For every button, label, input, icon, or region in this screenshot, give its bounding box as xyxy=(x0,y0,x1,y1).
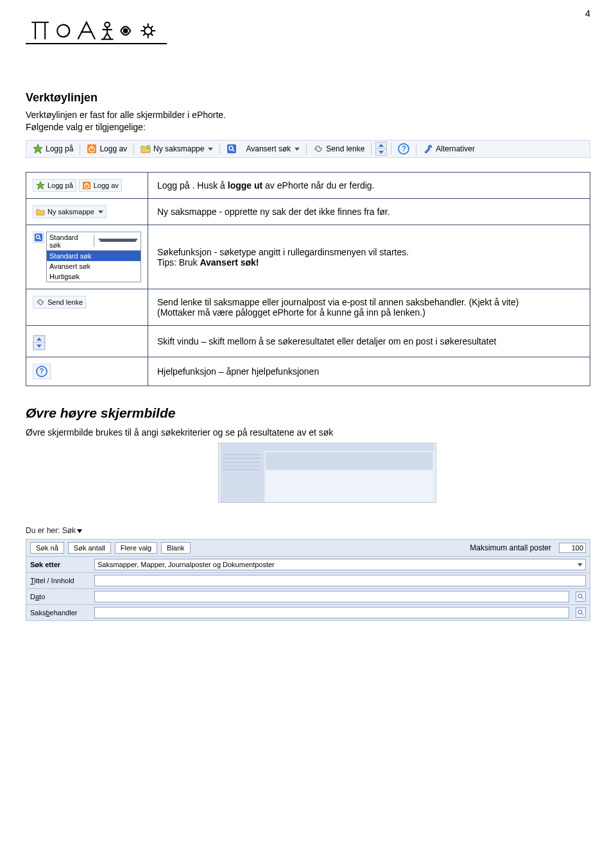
saksbehandler-input[interactable] xyxy=(94,607,569,618)
search-panel: Du er her: Søk Søk nå Søk antall Flere v… xyxy=(26,526,590,621)
search-dd-option[interactable]: Avansert søk xyxy=(47,261,141,271)
intro-p2: Følgende valg er tilgjengelige: xyxy=(26,122,590,132)
header-glyph-strip xyxy=(26,19,167,44)
folder-plus-icon xyxy=(36,207,45,216)
switch-view-mini[interactable] xyxy=(33,336,45,350)
row-icon-cell: Ny saksmappe xyxy=(26,199,148,225)
logg-av-label: Logg av xyxy=(99,144,127,153)
toolbar-full: Logg på Logg av Ny saksmappe Avansert sø… xyxy=(26,140,590,158)
svg-marker-12 xyxy=(37,182,44,189)
dropdown-arrow-icon xyxy=(98,210,103,214)
separator xyxy=(416,143,416,155)
desc-text: Skift vindu – skift mellom å se søkeresu… xyxy=(157,336,496,346)
mini-logg-pa[interactable]: Logg på xyxy=(33,179,76,192)
mini-search[interactable] xyxy=(33,232,44,243)
row-desc: Send lenke til saksmappe eller journalpo… xyxy=(148,289,590,326)
avansert-sok-button[interactable]: Avansert søk xyxy=(243,144,302,154)
desc-text: Send lenke til saksmappe eller journalpo… xyxy=(157,297,518,307)
ny-saksmappe-button[interactable]: Ny saksmappe xyxy=(138,143,216,155)
section2-p1: Øvre skjermbilde brukes til å angi søkek… xyxy=(26,427,590,438)
chevron-up-icon xyxy=(379,144,384,147)
saksbehandler-row: Saksbehandler xyxy=(26,605,590,621)
svg-point-2 xyxy=(124,29,128,33)
separator xyxy=(133,143,134,155)
sok-etter-select[interactable]: Saksmapper, Mapper, Journalposter og Dok… xyxy=(94,559,586,570)
tittel-input[interactable] xyxy=(94,575,586,586)
search-dd-selected: Standard søk xyxy=(47,232,94,250)
power-orange-icon xyxy=(82,181,91,190)
row-icon-cell xyxy=(26,326,148,357)
logg-pa-button[interactable]: Logg på xyxy=(30,143,76,155)
search-icon xyxy=(227,144,237,154)
lookup-icon[interactable] xyxy=(576,591,586,602)
separator xyxy=(391,143,391,155)
row-icon-cell: Send lenke xyxy=(26,289,148,326)
question-icon: ? xyxy=(36,366,47,377)
mini-logg-av[interactable]: Logg av xyxy=(79,179,122,192)
dato-row: Dato xyxy=(26,589,590,605)
breadcrumb-text: Du er her: Søk xyxy=(26,526,76,535)
row-icon-cell: Logg på Logg av xyxy=(26,173,148,199)
tittel-label: Tittel / Innhold xyxy=(30,577,90,584)
sok-etter-value: Saksmapper, Mapper, Journalposter og Dok… xyxy=(98,561,576,568)
dropdown-arrow-icon xyxy=(98,239,139,244)
magnifier-icon xyxy=(578,609,584,616)
avansert-sok-label: Avansert søk xyxy=(246,144,291,153)
desc-bold: logge ut xyxy=(228,180,262,191)
section-title-toolbar: Verktøylinjen xyxy=(26,91,590,105)
row-desc: Ny saksmappe - opprette ny sak der det i… xyxy=(148,199,590,225)
saksbehandler-label: Saksbehandler xyxy=(30,609,90,617)
power-orange-icon xyxy=(87,144,97,154)
breadcrumb: Du er her: Søk xyxy=(26,526,590,535)
switch-view-button[interactable] xyxy=(375,142,387,156)
mini-logg-av-label: Logg av xyxy=(94,182,119,189)
dato-input[interactable] xyxy=(94,591,569,602)
svg-rect-21 xyxy=(266,452,432,470)
star-green-icon xyxy=(36,181,45,190)
alternativer-button[interactable]: Alternativer xyxy=(420,143,477,155)
search-button[interactable] xyxy=(224,143,239,155)
desc-text: Søkefunksjon - søketype angitt i rullega… xyxy=(157,247,409,257)
row-desc: Søkefunksjon - søketype angitt i rullega… xyxy=(148,225,590,289)
mini-send-lenke[interactable]: Send lenke xyxy=(33,296,86,309)
chevron-up-icon xyxy=(37,337,42,341)
svg-line-29 xyxy=(581,597,583,599)
link-icon xyxy=(313,144,323,154)
search-button-row: Søk nå Søk antall Flere valg Blank Maksi… xyxy=(26,539,590,557)
lookup-icon[interactable] xyxy=(576,608,586,618)
desc-post: (Mottaker må være pålogget ePhorte for å… xyxy=(157,307,425,318)
wrench-icon xyxy=(423,144,433,154)
svg-rect-22 xyxy=(266,471,432,501)
flere-valg-button[interactable]: Flere valg xyxy=(115,542,157,554)
toolbar-description-table: Logg på Logg av Logg på . Husk å logge u… xyxy=(26,172,590,386)
sok-etter-label: Søk etter xyxy=(30,561,90,568)
chevron-down-icon xyxy=(379,151,384,154)
sok-na-button[interactable]: Søk nå xyxy=(30,542,64,554)
row-desc: Skift vindu – skift mellom å se søkeresu… xyxy=(148,326,590,357)
separator xyxy=(371,143,372,155)
question-icon: ? xyxy=(398,143,409,155)
search-dd-option[interactable]: Standard søk xyxy=(47,251,141,261)
desc-text: Ny saksmappe - opprette ny sak der det i… xyxy=(157,207,390,217)
mini-send-lenke-label: Send lenke xyxy=(47,298,83,306)
search-icon xyxy=(34,233,43,242)
dropdown-arrow-icon xyxy=(578,563,583,566)
send-lenke-label: Send lenke xyxy=(326,144,364,153)
dropdown-arrow-icon xyxy=(208,148,213,151)
maks-poster-label: Maksimum antall poster xyxy=(470,543,551,552)
alternativer-label: Alternativer xyxy=(436,144,475,153)
help-button[interactable]: ? xyxy=(395,142,412,155)
blank-button[interactable]: Blank xyxy=(161,542,191,554)
sok-antall-button[interactable]: Søk antall xyxy=(68,542,111,554)
logg-av-button[interactable]: Logg av xyxy=(84,143,130,155)
svg-rect-19 xyxy=(221,443,434,451)
svg-marker-4 xyxy=(33,144,42,153)
send-lenke-button[interactable]: Send lenke xyxy=(311,143,367,155)
search-type-dropdown[interactable]: Standard søk Standard søk Avansert søk H… xyxy=(46,232,141,282)
maks-poster-input[interactable] xyxy=(559,543,586,553)
desc-post: av ePhorte når du er ferdig. xyxy=(262,180,374,191)
mini-ny-saksmappe[interactable]: Ny saksmappe xyxy=(33,205,107,218)
search-dd-option[interactable]: Hurtigsøk xyxy=(47,271,141,282)
tip-bold: Avansert søk! xyxy=(200,257,259,268)
page-number: 4 xyxy=(26,8,590,19)
